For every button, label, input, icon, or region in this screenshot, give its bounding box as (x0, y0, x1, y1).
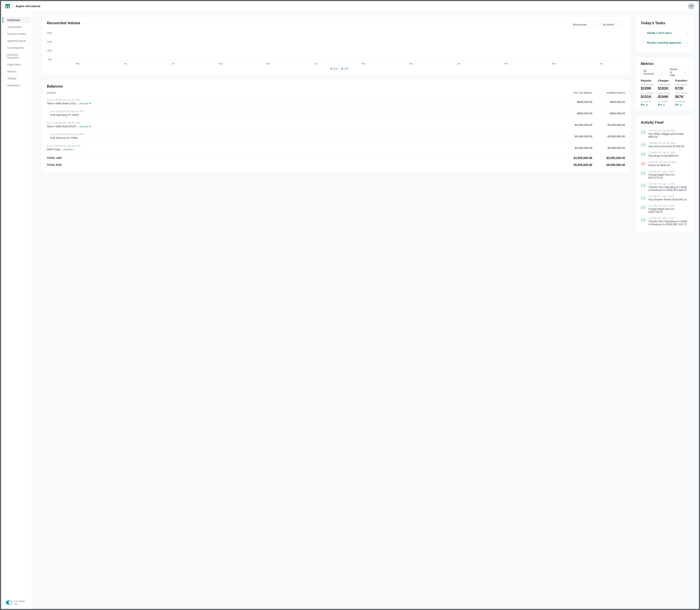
triangle-up-icon: ▲ (680, 103, 683, 106)
activity-time: 7:04 PM UTC, Apr 30, 2020 (648, 129, 688, 132)
col-account: Account (47, 91, 559, 94)
task-label: Review 3 pending approvals (647, 41, 681, 44)
balance-total-row: TOTAL USD$3,500,000.00$3,500,000.00 (47, 154, 625, 160)
sidebar-item-dashboard[interactable]: Dashboard (2, 17, 30, 23)
prior-balance: $500,000.00 (559, 112, 592, 115)
activity-item[interactable]: [→] 7:01 PM UTC, Apr 1, 2020 Pay Sesame … (641, 193, 688, 203)
activity-time: 7:01 PM UTC, Mar 1, 2020 (648, 205, 688, 207)
activity-pay-icon: [→] (641, 171, 646, 175)
task-ring-icon (641, 31, 645, 35)
live-mode-toggle-row: Live Mode On (1, 596, 32, 609)
sidebar-item-paper-items[interactable]: Paper Items (2, 61, 30, 68)
legend-usd: USD (341, 67, 348, 70)
pct-change-label: % CHANGE (641, 101, 654, 103)
activity-time: 7:01 PM UTC, Mar 1, 2020 (648, 217, 688, 220)
balance-asof: As of 12:00 AM UTC, Apr 30, 2020 (47, 145, 559, 147)
x-label: Oct (293, 62, 338, 65)
metric-last-value: $67K (675, 95, 688, 99)
activity-pay-icon: [→] (641, 143, 646, 147)
balance-account-name: SVB Revenue (••• 5556) (50, 137, 559, 139)
sidebar-item-payment-orders[interactable]: Payment Orders (2, 31, 30, 37)
task-ring-icon (641, 41, 645, 45)
activity-item[interactable]: [→] 7:04 PM UTC, Apr 30, 2020 Pay White,… (641, 128, 688, 140)
available-balance: $500,000.00 (592, 112, 625, 115)
available-balance: €8,000,000.00 (592, 135, 625, 138)
account-count-chip[interactable]: 1 Account (62, 148, 72, 151)
activity-time: 7:01 PM UTC, Apr 1, 2020 (648, 183, 688, 185)
metrics-account-filter[interactable]: All Accounts (641, 69, 665, 76)
task-item[interactable]: Review 3 pending approvals → (641, 38, 688, 47)
total-available: €8,000,000.00 (592, 163, 625, 167)
balance-asof: As of 12:00 AM UTC, Apr 30, 2020 (50, 110, 559, 113)
activity-item[interactable]: [→] 7:04 PM UTC, Apr 30, 2020 Pay Berge … (641, 149, 688, 159)
x-label: Jun (103, 62, 148, 65)
activity-item[interactable]: [→] 7:01 PM UTC, Apr 1, 2020 Charge Bage… (641, 168, 688, 181)
tasks-title: Today's Tasks (641, 21, 688, 25)
balance-asof: As of 12:00 AM UTC, Apr 30, 2020 (47, 122, 559, 124)
metrics-range-filter[interactable]: Month-to-Date (667, 69, 689, 76)
activity-item[interactable]: [→] 7:04 PM UTC, Apr 30, 2020 Pay Jones-… (641, 140, 688, 149)
caret-right-icon[interactable]: ▸ (74, 148, 75, 151)
dot-icon (341, 68, 343, 69)
activity-card: Activity Feed [→] 7:04 PM UTC, Apr 30, 2… (635, 116, 694, 232)
task-item[interactable]: Handle 1 ACH return → (641, 28, 688, 38)
y-tick: 95K (47, 58, 52, 61)
activity-time: 7:01 PM UTC, Apr 1, 2020 (648, 170, 688, 173)
this-period-label: THIS PERIOD (658, 84, 671, 86)
chevron-down-icon (661, 71, 663, 73)
sidebar-item-approval-queue[interactable]: Approval Queue (2, 37, 30, 44)
chart-period-filter[interactable]: By Month (600, 21, 625, 28)
sidebar-item-developers[interactable]: Developers (2, 82, 30, 89)
activity-time: 7:04 PM UTC, Apr 30, 2020 (648, 142, 684, 144)
metric-name: Transfers (675, 79, 688, 82)
activity-pay-icon: [→] (641, 130, 646, 134)
main: Reconciled Volume All Accounts By Month (32, 11, 699, 609)
balance-asof: As of 12:00 AM UTC, Apr 30, 2020 (50, 133, 559, 136)
chart-account-filter[interactable]: All Accounts (570, 21, 598, 28)
activity-item[interactable]: [↔] 7:01 PM UTC, Mar 1, 2020 Transfer fr… (641, 215, 688, 228)
caret-down-icon[interactable]: ▾ (89, 125, 91, 128)
metrics-range-filter-value: Month-to-Date (670, 68, 678, 77)
prior-balance: €8,000,000.00 (559, 123, 592, 126)
x-label: Aug (198, 62, 243, 65)
chart-account-filter-value: All Accounts (573, 23, 587, 26)
activity-text: Pay White, Maggio and Koelpin $455.00 (648, 132, 688, 138)
account-count-chip[interactable]: 1 Account (78, 125, 88, 128)
total-available: $3,500,000.00 (592, 157, 625, 160)
sidebar-item-expected-payments[interactable]: Expected Payments (2, 51, 30, 61)
activity-item[interactable]: [x] 12:00 AM UTC, Apr 30, 2020 Return fo… (641, 159, 688, 168)
live-mode-toggle[interactable] (6, 600, 12, 605)
live-mode-label: Live Mode On (14, 600, 27, 605)
prior-balance: €8,000,000.00 (559, 135, 592, 138)
activity-title: Activity Feed (641, 121, 688, 125)
x-label: May (55, 62, 100, 65)
avatar[interactable]: MM (688, 3, 695, 10)
caret-down-icon[interactable]: ▾ (89, 102, 91, 105)
last-period-label: LAST PERIOD (675, 92, 688, 94)
balance-bank-name: Silicon Valley Bank (USD) 1 Account▾ (47, 102, 559, 105)
activity-text: Pay Jones-Gorczany $1,000.00 (648, 145, 684, 148)
activity-time: 12:00 AM UTC, Apr 30, 2020 (648, 161, 676, 163)
available-balance: $3,000,000.00 (592, 146, 625, 149)
activity-text: Return for $500.00 (648, 164, 676, 167)
sidebar-item-transactions[interactable]: Transactions (2, 24, 30, 30)
activity-item[interactable]: [↔] 7:01 PM UTC, Apr 1, 2020 Transfer fr… (641, 181, 688, 193)
sidebar-item-counterparties[interactable]: Counterparties (2, 45, 30, 51)
balance-sub-row: As of 12:00 AM UTC, Apr 30, 2020SVB Reve… (47, 131, 625, 142)
x-label: Sep (246, 62, 291, 65)
balance-group-row: As of 12:00 AM UTC, Apr 30, 2020Silicon … (47, 96, 625, 108)
activity-item[interactable]: [→] 7:01 PM UTC, Mar 1, 2020 Charge Bage… (641, 203, 688, 215)
chevron-down-icon (684, 71, 686, 73)
available-balance: $500,000.00 (592, 100, 625, 103)
x-label: Jan (436, 62, 481, 65)
x-label: Feb (484, 62, 529, 65)
sidebar-item-settings[interactable]: Settings (2, 75, 30, 82)
balances-title: Balances (47, 84, 625, 89)
org-name[interactable]: Bagels International (16, 5, 40, 8)
balance-bank-name: Silicon Valley Bank (EUR) 1 Account▾ (47, 125, 559, 128)
sidebar-item-returns[interactable]: Returns (2, 68, 30, 75)
available-balance: €8,000,000.00 (592, 123, 625, 126)
activity-text: Charge Bagel Fans Inc. $168,799.32 (648, 208, 688, 213)
activity-pay-icon: [→] (641, 196, 646, 200)
account-count-chip[interactable]: 1 Account (78, 102, 88, 105)
